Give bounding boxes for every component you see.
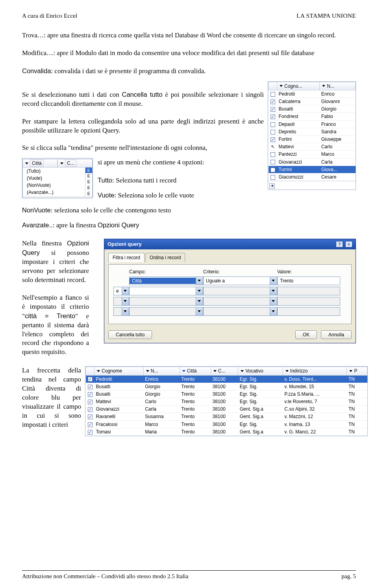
combo-crit-4[interactable] xyxy=(203,307,277,316)
dd-col-citta[interactable]: Città xyxy=(22,159,57,167)
col-vocativo[interactable]: Vocativo xyxy=(238,367,283,375)
checkbox[interactable] xyxy=(271,130,275,135)
col-c[interactable]: C... xyxy=(211,367,238,375)
chevron-down-icon[interactable] xyxy=(349,370,352,372)
col-citta[interactable]: Città xyxy=(180,367,211,375)
combo-andor-2[interactable]: e xyxy=(113,287,129,295)
combo-crit-1[interactable]: Uguale a xyxy=(203,276,277,285)
row-check[interactable] xyxy=(86,413,94,420)
dd-item[interactable]: (Avanzate...) xyxy=(23,189,85,196)
row-check[interactable] xyxy=(269,158,277,166)
table-row[interactable]: BusattiGiorgio xyxy=(269,105,356,113)
row-check[interactable] xyxy=(86,375,94,383)
chevron-down-icon[interactable] xyxy=(280,85,283,87)
cancella-tutto-button[interactable]: Cancella tutto xyxy=(108,330,152,339)
chevron-down-icon[interactable] xyxy=(285,370,289,372)
checkbox[interactable] xyxy=(271,100,275,104)
row-check[interactable] xyxy=(269,151,277,158)
table-row[interactable]: TurriniGiova... xyxy=(269,166,356,173)
ok-button[interactable]: OK xyxy=(295,330,317,339)
dd-item[interactable]: (NonVuote) xyxy=(23,182,85,189)
row-check[interactable] xyxy=(269,173,277,181)
checkbox[interactable] xyxy=(88,377,93,382)
row-check[interactable] xyxy=(269,113,277,120)
result-grid[interactable]: Cognome N... Città C... Vocativo Indiriz… xyxy=(85,366,368,436)
col-p[interactable]: P xyxy=(347,367,367,375)
chevron-down-icon[interactable] xyxy=(213,370,217,372)
row-check[interactable] xyxy=(269,98,277,105)
row-check[interactable] xyxy=(269,105,277,113)
table-row[interactable]: BusattiGiorgioTrento38100Egr. Sig.v. Mur… xyxy=(86,383,367,390)
table-row[interactable]: FondriestFabio xyxy=(269,113,356,120)
row-check[interactable] xyxy=(86,420,94,428)
col-n[interactable]: N... xyxy=(320,82,356,90)
tab-filtra[interactable]: Filtra i record xyxy=(108,253,145,262)
row-check[interactable] xyxy=(269,128,277,135)
table-row[interactable]: GiacomozziCesare xyxy=(269,173,356,181)
table-row[interactable]: DepaoliFranco xyxy=(269,120,356,128)
table-row[interactable]: PantezziMarco xyxy=(269,151,356,158)
scroll-left-icon[interactable]: ◄ xyxy=(269,183,275,189)
dd-item[interactable]: (Tutto) xyxy=(23,168,85,175)
checkbox[interactable] xyxy=(271,168,275,172)
checkbox[interactable] xyxy=(271,175,275,180)
col-n[interactable]: N... xyxy=(143,367,180,375)
table-row[interactable]: MatteviCarloTrento38100Egr. Sig.v.le Rov… xyxy=(86,398,367,406)
row-check[interactable] xyxy=(269,90,277,98)
chevron-down-icon[interactable] xyxy=(322,85,325,87)
table-row[interactable]: FracalossiMarcoTrento38100Egr. Sig.v. In… xyxy=(86,420,367,428)
table-row[interactable]: GiovanazziCarlaTrento38100Gent. Sig.aC.s… xyxy=(86,406,367,413)
dd-col-c[interactable]: C... xyxy=(57,159,93,167)
dd-item[interactable]: (Vuote) xyxy=(23,175,85,182)
tab-ordina[interactable]: Ordina i record xyxy=(145,253,185,262)
col-check[interactable] xyxy=(86,367,94,375)
input-valore-3[interactable] xyxy=(277,297,340,306)
checkbox[interactable] xyxy=(88,400,93,404)
chevron-down-icon[interactable] xyxy=(182,370,185,372)
chevron-down-icon[interactable] xyxy=(241,370,244,372)
checkbox[interactable] xyxy=(88,385,93,389)
annulla-button[interactable]: Annulla xyxy=(321,330,352,339)
row-check[interactable] xyxy=(269,120,277,128)
table-row[interactable]: BusattiGiorgioTrento38100Egr. Sig.P.zza … xyxy=(86,390,367,398)
checkbox[interactable] xyxy=(88,392,93,397)
input-valore-4[interactable] xyxy=(277,307,340,316)
checkbox[interactable] xyxy=(271,152,275,157)
chevron-down-icon[interactable] xyxy=(97,370,100,372)
chevron-down-icon[interactable] xyxy=(25,162,28,164)
table-row[interactable]: PedrottiEnrico xyxy=(269,90,356,98)
row-check[interactable] xyxy=(269,136,277,143)
table-row[interactable]: ↖MatteviCarlo xyxy=(269,143,356,151)
row-check[interactable] xyxy=(86,383,94,390)
checkbox[interactable] xyxy=(271,137,275,142)
row-check[interactable] xyxy=(86,398,94,406)
table-row[interactable]: GiovanazziCarla xyxy=(269,158,356,166)
table-row[interactable]: CalcaterraGiovanni xyxy=(269,98,356,105)
input-valore-1[interactable]: Trento xyxy=(277,276,340,285)
checkbox[interactable] xyxy=(88,407,93,412)
chevron-down-icon[interactable] xyxy=(146,370,149,372)
combo-campo-3[interactable] xyxy=(129,297,203,306)
row-check[interactable]: ↖ xyxy=(269,143,277,151)
combo-crit-2[interactable] xyxy=(203,287,277,295)
checkbox[interactable] xyxy=(88,430,93,435)
row-check[interactable] xyxy=(86,406,94,413)
table-row[interactable]: FortiniGiuseppe xyxy=(269,136,356,143)
checkbox[interactable] xyxy=(271,122,275,127)
row-check[interactable] xyxy=(269,166,277,173)
input-valore-2[interactable] xyxy=(277,287,340,295)
checkbox[interactable] xyxy=(271,114,275,119)
row-check[interactable] xyxy=(86,428,94,435)
combo-andor-4[interactable] xyxy=(113,307,129,316)
combo-andor-3[interactable] xyxy=(113,297,129,306)
checkbox[interactable] xyxy=(271,92,275,97)
close-button[interactable]: × xyxy=(345,241,352,247)
col-indirizzo[interactable]: Indirizzo xyxy=(283,367,347,375)
row-check[interactable] xyxy=(86,390,94,398)
help-button[interactable]: ? xyxy=(336,241,343,247)
checkbox[interactable] xyxy=(271,160,275,164)
col-check[interactable] xyxy=(269,82,277,90)
col-cognome[interactable]: Cogno... xyxy=(277,82,320,90)
dropdown-menu[interactable]: Città C... (Tutto) (Vuote) (NonVuote) (A… xyxy=(22,158,93,198)
chevron-down-icon[interactable] xyxy=(60,162,63,164)
